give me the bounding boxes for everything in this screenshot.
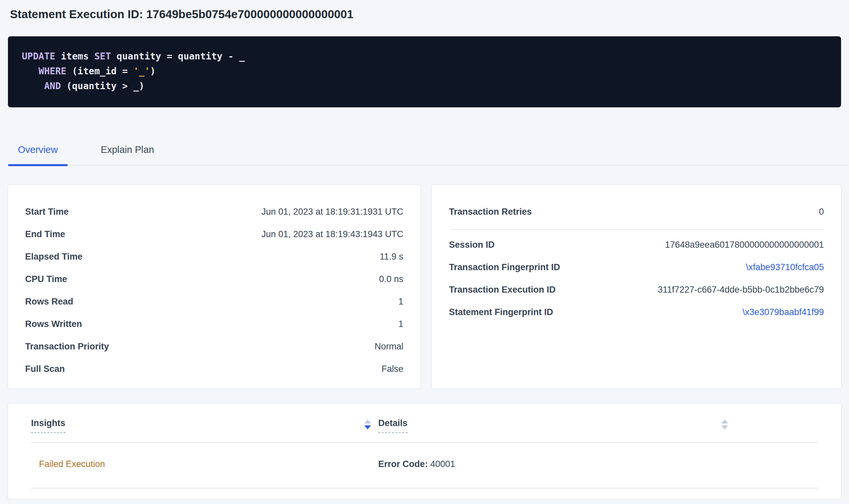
insights-table-row: Failed Execution Error Code: 40001 — [31, 443, 818, 488]
stat-value: 311f7227-c667-4dde-b5bb-0c1b2bbe6c79 — [658, 285, 824, 294]
stat-row-statement-fingerprint-id: Statement Fingerprint ID \x3e3079baabf41… — [449, 307, 824, 317]
tab-explain-plan[interactable]: Explain Plan — [91, 144, 164, 165]
stat-label: Start Time — [25, 207, 69, 217]
sql-text — [22, 80, 44, 91]
column-label-insights: Insights — [31, 418, 66, 433]
stat-label: Transaction Fingerprint ID — [449, 262, 560, 272]
stat-label: Session ID — [449, 240, 495, 250]
card-divider — [449, 229, 824, 230]
stat-row-transaction-execution-id: Transaction Execution ID 311f7227-c667-4… — [449, 285, 824, 294]
sql-keyword: WHERE — [39, 66, 67, 77]
sql-text: (quantity > _) — [61, 80, 144, 91]
insight-type-text: Failed Execution — [31, 459, 105, 469]
stat-value: 11.9 s — [380, 252, 403, 262]
insight-cell: Failed Execution — [31, 459, 378, 469]
sql-keyword: SET — [94, 51, 111, 62]
sql-string-literal: '_' — [133, 66, 150, 77]
transaction-fingerprint-link[interactable]: \xfabe93710fcfca05 — [746, 262, 824, 272]
sql-text: quantity = quantity - _ — [111, 51, 245, 62]
stat-label: Rows Read — [25, 296, 73, 306]
stat-row-transaction-fingerprint-id: Transaction Fingerprint ID \xfabe93710fc… — [449, 262, 824, 272]
sql-keyword: UPDATE — [22, 51, 55, 62]
stat-label: Full Scan — [25, 364, 65, 374]
stat-value: 1 — [398, 296, 403, 306]
sql-keyword: AND — [44, 80, 61, 91]
stat-value: False — [382, 364, 403, 374]
summary-cards-row: Start Time Jun 01, 2023 at 18:19:31:1931… — [8, 185, 841, 389]
stat-label: Transaction Retries — [449, 207, 532, 217]
insights-table-header: Insights Details — [31, 403, 818, 443]
stat-row-cpu-time: CPU Time 0.0 ns — [25, 274, 403, 284]
sql-text: (item_id = — [67, 66, 133, 77]
stat-row-transaction-retries: Transaction Retries 0 — [449, 207, 824, 217]
sql-statement-box: UPDATE items SET quantity = quantity - _… — [8, 36, 841, 107]
sort-desc-arrow-icon — [364, 426, 371, 429]
stat-row-rows-written: Rows Written 1 — [25, 319, 403, 329]
tab-overview[interactable]: Overview — [8, 144, 68, 165]
stat-label: Transaction Priority — [25, 342, 109, 352]
stat-value: 17648a9eea6017800000000000000001 — [665, 240, 824, 250]
stat-row-session-id: Session ID 17648a9eea6017800000000000000… — [449, 240, 824, 250]
sql-text: ) — [150, 66, 156, 77]
detail-label: Error Code: — [378, 459, 428, 469]
stat-label: Rows Written — [25, 319, 82, 329]
stat-label: Transaction Execution ID — [449, 285, 556, 294]
stat-label: End Time — [25, 229, 65, 239]
stat-value: 1 — [398, 319, 403, 329]
overview-stats-card: Start Time Jun 01, 2023 at 18:19:31:1931… — [8, 185, 420, 389]
column-header-insights[interactable]: Insights — [31, 418, 378, 433]
stat-row-transaction-priority: Transaction Priority Normal — [25, 342, 403, 352]
page-title: Statement Execution ID: 17649be5b0754e70… — [10, 6, 839, 22]
sort-arrows-icon[interactable] — [364, 418, 371, 429]
stat-row-start-time: Start Time Jun 01, 2023 at 18:19:31:1931… — [25, 207, 403, 217]
sort-asc-arrow-icon — [364, 419, 371, 424]
stat-label: Statement Fingerprint ID — [449, 307, 553, 317]
sql-line: UPDATE items SET quantity = quantity - _ — [22, 49, 827, 64]
sql-line: AND (quantity > _) — [22, 78, 827, 93]
stat-row-full-scan: Full Scan False — [25, 364, 403, 374]
sort-desc-arrow-icon — [722, 426, 728, 429]
stat-row-rows-read: Rows Read 1 — [25, 296, 403, 306]
stat-row-end-time: End Time Jun 01, 2023 at 18:19:43:1943 U… — [25, 229, 403, 239]
column-label-details: Details — [378, 418, 408, 433]
sort-arrows-icon[interactable] — [722, 418, 728, 429]
tab-bar: Overview Explain Plan — [8, 144, 849, 166]
stat-value: Jun 01, 2023 at 18:19:43:1943 UTC — [261, 229, 403, 239]
insights-table-card: Insights Details Failed Execution Error … — [8, 403, 841, 499]
sql-text: items — [55, 51, 94, 62]
identifiers-card: Transaction Retries 0 Session ID 17648a9… — [432, 185, 841, 389]
stat-value: Jun 01, 2023 at 18:19:31:1931 UTC — [261, 207, 403, 217]
sql-line: WHERE (item_id = '_') — [22, 64, 827, 78]
sql-text — [22, 66, 39, 77]
stat-value: 0 — [819, 207, 824, 217]
detail-value: 40001 — [428, 459, 455, 469]
stat-label: CPU Time — [25, 274, 67, 284]
stat-row-elapsed-time: Elapsed Time 11.9 s — [25, 252, 403, 262]
statement-fingerprint-link[interactable]: \x3e3079baabf41f99 — [743, 307, 824, 317]
sort-asc-arrow-icon — [722, 419, 728, 424]
column-header-details[interactable]: Details — [378, 418, 735, 433]
stat-label: Elapsed Time — [25, 252, 83, 262]
stat-value: 0.0 ns — [379, 274, 403, 284]
stat-value: Normal — [375, 342, 403, 352]
page-header: Statement Execution ID: 17649be5b0754e70… — [0, 0, 849, 22]
detail-cell: Error Code: 40001 — [378, 459, 735, 469]
